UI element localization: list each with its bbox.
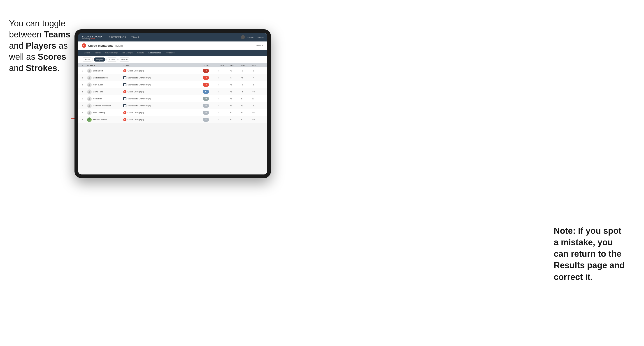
rd3: +6 [252,112,264,114]
rank: 5 [82,98,87,100]
thru: F [218,112,230,114]
svg-point-8 [88,92,90,93]
team-cell: C Clippd College [A] [123,90,203,93]
team-cell: Scoreboard University [A] [123,83,203,86]
table-body: 1 Elliot Ebert C Clippd College [A] -8 F… [78,67,267,174]
rd2: +1 [241,112,252,114]
team-name: Scoreboard University [A] [128,105,150,107]
tournament-title: C Clippd Invitational (Men) [82,43,123,48]
player-cell: David Ford [87,89,123,94]
svg-point-7 [89,91,90,92]
tab-teams[interactable]: Teams [92,50,103,56]
player-cell: Chris Robertson [87,75,123,80]
team-logo-sb [123,97,126,100]
avatar [87,96,92,101]
col-team: TEAM [123,64,203,66]
rank: 8 [82,119,87,121]
rd1: +1 [230,98,241,100]
team-cell: C Clippd College [A] [123,118,203,121]
rd3: -1 [252,105,264,107]
toggle-players-button[interactable]: Players [94,57,106,62]
tab-printables[interactable]: Printables [163,50,177,56]
total-score: +8 [203,111,209,115]
col-rd1: RD1 [230,64,241,66]
player-name: Cameron Robertson [93,105,111,107]
brand-sub: Powered by clippd [82,38,102,39]
right-annotation: Note: If you spot a mistake, you can ret… [554,225,630,283]
sub-nav: Details Teams Course Setup Tee Groups Re… [78,50,267,56]
team-cell: Scoreboard University [A] [123,97,203,100]
cancel-button[interactable]: Cancel ✕ [254,44,264,47]
sign-out-link[interactable]: Sign out [257,36,264,38]
avatar [87,75,92,80]
user-icon: T [241,35,245,39]
avatar [87,103,92,108]
player-name: Elliot Ebert [93,70,103,72]
tablet-screen: SCOREBOARD Powered by clippd TOURNAMENTS… [78,33,267,174]
rd3: -1 [252,84,264,86]
nav-links: TOURNAMENTS TEAMS [106,33,241,41]
nav-right: T Test User | Sign out [241,35,264,39]
tab-tee-groups[interactable]: Tee Groups [120,50,135,56]
team-logo-clippd: C [123,90,126,93]
svg-point-1 [89,70,90,71]
player-name: Rich Butler [93,84,103,86]
team-logo-sb [123,76,126,79]
toggle-teams-button[interactable]: Teams [82,57,93,62]
tablet-frame: SCOREBOARD Powered by clippd TOURNAMENTS… [74,29,271,178]
team-logo-clippd: C [123,118,126,121]
thru: F [218,77,230,79]
toggle-scores-button[interactable]: Scores [106,57,118,62]
nav-link-tournaments[interactable]: TOURNAMENTS [106,33,129,41]
team-name: Clippd College [A] [128,112,144,114]
total-score: E [203,90,209,94]
col-rd3: RD3 [252,64,264,66]
svg-point-5 [89,84,90,85]
player-name: Marcus Turners [93,119,107,121]
rd2: -4 [241,91,252,93]
cancel-label: Cancel [254,44,261,47]
table-row: 4 David Ford C Clippd College [A] E F +1… [78,88,267,95]
rd1: +1 [230,84,241,86]
svg-point-11 [89,105,90,106]
rd1: +2 [230,112,241,114]
team-cell: Scoreboard University [A] [123,104,203,107]
total-score: -4 [203,76,209,80]
tab-details[interactable]: Details [82,50,92,56]
tab-course-setup[interactable]: Course Setup [103,50,120,56]
svg-point-16 [88,120,91,122]
svg-point-13 [89,112,90,113]
player-cell: Rich Butler [87,82,123,87]
avatar [87,82,92,87]
team-name: Clippd College [A] [128,119,144,121]
rd2: -6 [241,70,252,72]
rd2: E [241,98,252,100]
team-name: Scoreboard University [A] [128,77,150,79]
tournament-header: C Clippd Invitational (Men) Cancel ✕ [78,41,267,50]
rd1: +1 [230,91,241,93]
total-score: +11 [203,118,209,122]
player-cell: Elliot Ebert [87,68,123,73]
avatar [87,117,92,122]
player-name: Chris Robertson [93,77,108,79]
tab-leaderboards[interactable]: Leaderboards [146,50,164,56]
player-name: Rees Britt [93,98,102,100]
col-thru: THRU [218,64,230,66]
rd1: +5 [230,105,241,107]
svg-point-15 [88,118,90,120]
tab-results[interactable]: Results [135,50,146,56]
player-cell: Rees Britt [87,96,123,101]
total-score: -2 [203,83,209,87]
nav-link-teams[interactable]: TEAMS [129,33,142,41]
toggle-strokes-button[interactable]: Strokes [118,57,130,62]
thru: F [218,98,230,100]
team-logo-sb [123,104,126,107]
brand-name: SCOREBOARD [82,35,102,38]
rd2: +7 [241,119,252,121]
team-name: Clippd College [A] [128,70,144,72]
thru: F [218,119,230,121]
svg-point-14 [88,113,90,114]
brand: SCOREBOARD Powered by clippd [82,35,102,39]
total-score: +6 [203,104,209,108]
rd2: +2 [241,105,252,107]
